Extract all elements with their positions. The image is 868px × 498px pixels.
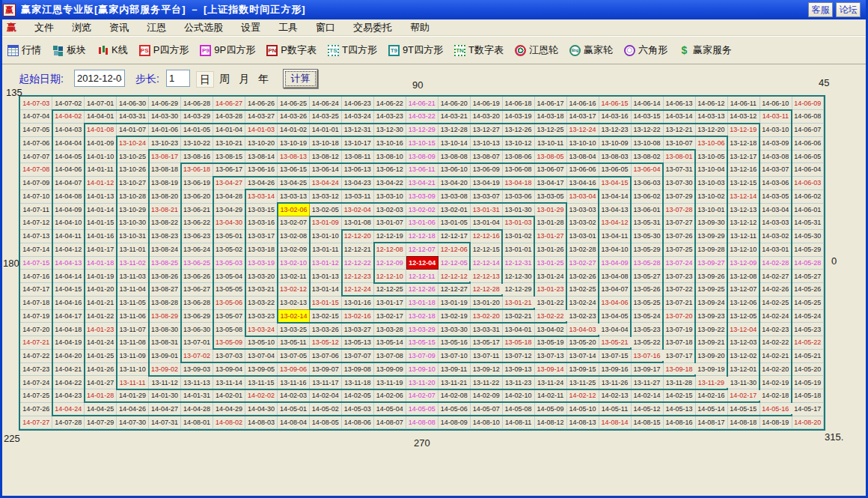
time-square-cell[interactable]: 13-08-17 bbox=[149, 150, 181, 163]
time-square-cell[interactable]: 13-11-24 bbox=[534, 376, 566, 389]
time-square-cell[interactable]: 13-06-21 bbox=[181, 203, 213, 216]
time-square-cell[interactable]: 13-05-29 bbox=[631, 243, 663, 256]
time-square-cell[interactable]: 14-04-22 bbox=[52, 376, 85, 389]
time-square-cell[interactable]: 13-01-04 bbox=[470, 216, 502, 230]
time-square-cell[interactable]: 14-08-04 bbox=[278, 416, 310, 429]
time-square-cell[interactable]: 13-11-07 bbox=[117, 323, 149, 336]
time-square-cell[interactable]: 13-03-06 bbox=[502, 189, 534, 203]
time-square-cell[interactable]: 14-05-20 bbox=[792, 362, 824, 376]
time-square-cell[interactable]: 13-10-12 bbox=[502, 136, 534, 150]
time-square-cell[interactable]: 14-04-14 bbox=[52, 270, 85, 283]
time-square-cell[interactable]: 14-07-25 bbox=[20, 389, 52, 403]
time-square-cell[interactable]: 14-04-21 bbox=[52, 362, 85, 376]
time-square-cell[interactable]: 13-11-12 bbox=[149, 376, 181, 389]
time-square-cell[interactable]: 13-10-30 bbox=[117, 216, 149, 230]
time-square-cell[interactable]: 13-01-24 bbox=[534, 270, 566, 283]
time-square-cell[interactable]: 13-12-29 bbox=[406, 124, 438, 137]
time-square-cell[interactable]: 13-01-20 bbox=[470, 296, 502, 309]
time-square-cell[interactable]: 14-03-06 bbox=[760, 177, 792, 190]
time-square-cell[interactable]: 13-12-14 bbox=[727, 189, 760, 203]
time-square-cell[interactable]: 13-09-07 bbox=[310, 362, 342, 376]
time-square-cell[interactable]: 14-04-09 bbox=[52, 203, 85, 216]
time-square-cell[interactable]: 13-09-01 bbox=[149, 349, 181, 362]
time-square-cell[interactable]: 13-05-16 bbox=[438, 336, 470, 350]
time-square-cell[interactable]: 13-08-22 bbox=[149, 216, 181, 230]
time-square-cell[interactable]: 14-05-06 bbox=[438, 402, 470, 416]
time-square-cell[interactable]: 13-10-27 bbox=[117, 177, 149, 190]
time-square-cell[interactable]: 14-01-27 bbox=[85, 376, 117, 389]
time-square-cell[interactable]: 14-05-21 bbox=[792, 349, 824, 362]
time-square-cell[interactable]: 14-01-17 bbox=[85, 243, 117, 256]
time-square-cell[interactable]: 13-04-04 bbox=[599, 323, 631, 336]
time-square-cell[interactable]: 13-03-16 bbox=[245, 216, 278, 230]
time-square-cell[interactable]: 14-07-09 bbox=[20, 177, 52, 190]
time-square-cell[interactable]: 13-01-14 bbox=[310, 283, 342, 297]
time-square-cell[interactable]: 14-03-22 bbox=[406, 110, 438, 124]
time-square-cell[interactable]: 13-10-28 bbox=[117, 189, 149, 203]
toolbar-item[interactable]: 板块 bbox=[52, 43, 86, 57]
time-square-cell[interactable]: 14-05-24 bbox=[792, 309, 824, 323]
time-square-cell[interactable]: 13-10-20 bbox=[245, 136, 278, 150]
time-square-cell[interactable]: 13-01-01 bbox=[502, 243, 534, 256]
time-square-cell[interactable]: 13-02-22 bbox=[534, 309, 566, 323]
time-square-cell[interactable]: 13-06-18 bbox=[181, 163, 213, 177]
time-square-cell[interactable]: 13-09-14 bbox=[534, 362, 566, 376]
time-square-cell[interactable]: 13-09-30 bbox=[695, 216, 727, 230]
time-square-cell[interactable]: 13-09-18 bbox=[663, 362, 695, 376]
time-square-cell[interactable]: 13-10-05 bbox=[695, 150, 727, 163]
time-square-cell[interactable]: 13-05-09 bbox=[213, 336, 245, 350]
time-square-cell[interactable]: 13-04-05 bbox=[599, 309, 631, 323]
time-square-cell[interactable]: 14-03-10 bbox=[760, 124, 792, 137]
time-square-cell[interactable]: 14-03-23 bbox=[374, 110, 406, 124]
time-square-cell[interactable]: 13-11-29 bbox=[695, 376, 727, 389]
time-square-cell[interactable]: 13-08-07 bbox=[470, 150, 502, 163]
time-square-cell[interactable]: 13-06-27 bbox=[181, 283, 213, 297]
time-square-cell[interactable]: 14-08-06 bbox=[342, 416, 374, 429]
time-square-cell[interactable]: 13-08-09 bbox=[406, 150, 438, 163]
time-square-cell[interactable]: 14-06-09 bbox=[792, 97, 824, 110]
time-square-cell[interactable]: 13-08-14 bbox=[245, 150, 278, 163]
time-square-cell[interactable]: 14-08-07 bbox=[374, 416, 406, 429]
time-square-cell[interactable]: 13-01-10 bbox=[310, 230, 342, 243]
time-square-cell[interactable]: 14-07-06 bbox=[20, 136, 52, 150]
time-square-cell[interactable]: 12-12-27 bbox=[438, 283, 470, 297]
time-square-cell[interactable]: 13-12-04 bbox=[727, 323, 760, 336]
time-square-cell[interactable]: 14-06-28 bbox=[181, 97, 213, 110]
time-square-cell[interactable]: 13-03-10 bbox=[374, 189, 406, 203]
time-square-cell[interactable]: 14-06-03 bbox=[792, 177, 824, 190]
time-square-cell[interactable]: 13-04-29 bbox=[213, 203, 245, 216]
menu-item-8[interactable]: 窗口 bbox=[316, 21, 335, 34]
time-square-cell[interactable]: 13-05-28 bbox=[631, 256, 663, 270]
time-square-cell[interactable]: 14-07-24 bbox=[20, 376, 52, 389]
time-square-cell[interactable]: 13-09-16 bbox=[599, 362, 631, 376]
time-square-cell[interactable]: 13-05-19 bbox=[534, 336, 566, 350]
time-square-cell[interactable]: 14-04-15 bbox=[52, 283, 85, 297]
time-square-cell[interactable]: 13-03-15 bbox=[245, 203, 278, 216]
toolbar-item[interactable]: P99P四方形 bbox=[200, 43, 255, 57]
time-square-cell[interactable]: 14-03-16 bbox=[599, 110, 631, 124]
time-square-cell[interactable]: 13-02-12 bbox=[278, 283, 310, 297]
time-square-cell[interactable]: 14-07-31 bbox=[149, 416, 181, 429]
time-square-cell[interactable]: 14-01-08 bbox=[85, 124, 117, 137]
time-square-cell[interactable]: 13-03-20 bbox=[245, 270, 278, 283]
time-square-cell[interactable]: 13-10-13 bbox=[470, 136, 502, 150]
time-square-cell[interactable]: 12-12-21 bbox=[342, 243, 374, 256]
time-square-cell[interactable]: 13-02-10 bbox=[278, 256, 310, 270]
time-square-cell[interactable]: 13-06-03 bbox=[631, 177, 663, 190]
time-square-cell[interactable]: 13-04-18 bbox=[502, 177, 534, 190]
time-square-cell[interactable]: 14-06-02 bbox=[792, 189, 824, 203]
time-square-cell[interactable]: 13-05-11 bbox=[278, 336, 310, 350]
time-square-cell[interactable]: 13-09-08 bbox=[342, 362, 374, 376]
time-square-cell[interactable]: 13-03-17 bbox=[245, 230, 278, 243]
time-square-cell[interactable]: 12-12-15 bbox=[470, 243, 502, 256]
time-square-cell[interactable]: 14-06-14 bbox=[631, 97, 663, 110]
time-square-cell[interactable]: 13-12-24 bbox=[566, 124, 599, 137]
time-square-cell[interactable]: 14-07-03 bbox=[20, 97, 52, 110]
time-square-cell[interactable]: 14-05-17 bbox=[792, 402, 824, 416]
time-square-cell[interactable]: 14-05-12 bbox=[631, 402, 663, 416]
time-square-cell[interactable]: 13-06-30 bbox=[181, 323, 213, 336]
time-square-cell[interactable]: 13-01-31 bbox=[470, 203, 502, 216]
time-square-cell[interactable]: 14-06-25 bbox=[278, 97, 310, 110]
time-square-cell[interactable]: 13-01-23 bbox=[534, 283, 566, 297]
time-square-cell[interactable]: 14-02-25 bbox=[760, 296, 792, 309]
